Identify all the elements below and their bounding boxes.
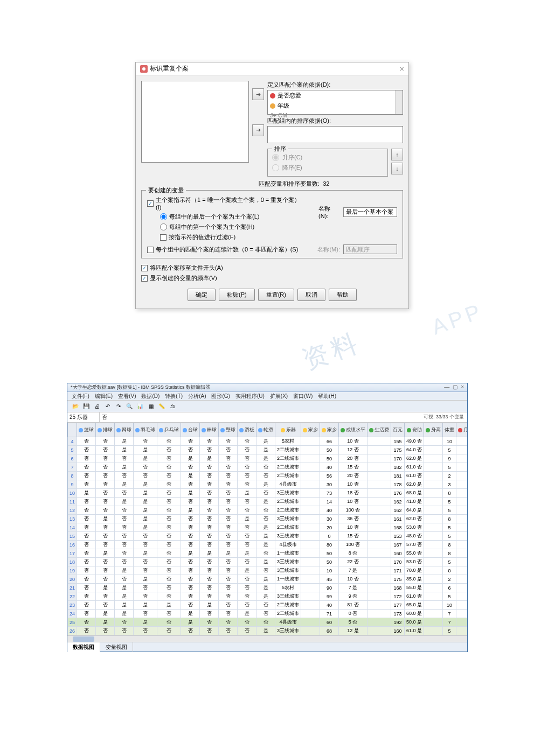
cell[interactable]: 否 [219, 489, 238, 498]
cell[interactable]: 是 [115, 498, 134, 506]
cell[interactable]: 14 [320, 498, 339, 506]
cell[interactable]: 40 [320, 463, 339, 472]
cell[interactable]: 否 [256, 566, 275, 575]
cell[interactable]: 否 [77, 584, 96, 592]
cell[interactable]: 否 [238, 541, 256, 549]
cell[interactable] [301, 532, 320, 541]
cell[interactable]: 否 [96, 454, 115, 463]
cell[interactable]: 是 [256, 558, 275, 566]
cell[interactable]: 175 [391, 575, 405, 584]
cell[interactable]: 是 [200, 601, 219, 610]
cell[interactable]: 否 [157, 472, 181, 480]
cell[interactable]: 5农村 [275, 437, 301, 446]
cell[interactable]: 否 [238, 592, 256, 601]
cell[interactable]: 否 [157, 532, 181, 541]
cell[interactable]: 192 [391, 618, 405, 627]
row-number[interactable]: 5 [68, 446, 77, 454]
cell[interactable]: 173 [391, 610, 405, 618]
cell[interactable]: 否 [219, 541, 238, 549]
print-icon[interactable]: 🖨 [92, 402, 102, 411]
cell[interactable]: 否 [157, 558, 181, 566]
cell[interactable] [301, 566, 320, 575]
cell[interactable]: 2二线城市 [275, 463, 301, 472]
row-number[interactable]: 19 [68, 566, 77, 575]
cell[interactable]: 否 [238, 627, 256, 635]
cell[interactable]: 否 [181, 584, 200, 592]
cell[interactable]: 10 否 [339, 437, 367, 446]
cell[interactable]: 155 [391, 437, 405, 446]
cell[interactable]: 50.0 是 [405, 618, 424, 627]
cell[interactable] [424, 610, 443, 618]
cell[interactable]: 否 [181, 515, 200, 523]
sort-by-listbox[interactable] [267, 126, 403, 143]
cell[interactable]: 1 [456, 523, 467, 532]
cell[interactable]: 是 [115, 610, 134, 618]
cell[interactable]: 是 [115, 480, 134, 489]
cell[interactable]: 否 [256, 515, 275, 523]
cell[interactable]: 否 [238, 472, 256, 480]
cell[interactable]: 160 [391, 549, 405, 558]
cell[interactable]: 否 [181, 592, 200, 601]
primary-indicator-checkbox[interactable]: ✓ [147, 200, 154, 207]
cell[interactable]: 是 [115, 446, 134, 454]
cell[interactable]: 否 [181, 575, 200, 584]
row-number[interactable]: 21 [68, 584, 77, 592]
cell[interactable]: 71 [320, 610, 339, 618]
cell[interactable]: 否 [134, 437, 157, 446]
cell[interactable]: 99 [320, 592, 339, 601]
cell[interactable]: 81 否 [339, 601, 367, 610]
cell[interactable]: 4县级市 [275, 480, 301, 489]
cell[interactable]: 否 [219, 498, 238, 506]
cell[interactable]: 是 [238, 549, 256, 558]
cell[interactable]: 20 [320, 523, 339, 532]
cell[interactable]: 是 [134, 506, 157, 515]
cell[interactable]: 否 [238, 523, 256, 532]
cell[interactable]: 是 [256, 575, 275, 584]
cell[interactable]: 否 [219, 584, 238, 592]
row-number[interactable]: 18 [68, 558, 77, 566]
cell[interactable]: 50 [320, 454, 339, 463]
cell[interactable]: 否 [256, 618, 275, 627]
column-header[interactable]: 百元 [391, 423, 405, 437]
cell[interactable]: 62.0 是 [405, 454, 424, 463]
help-button[interactable]: 帮助 [329, 289, 357, 301]
cell[interactable]: 否 [157, 437, 181, 446]
cell[interactable]: 181 [391, 472, 405, 480]
cell[interactable]: 是 [134, 480, 157, 489]
cell[interactable]: 否 [96, 532, 115, 541]
cell[interactable]: 3三线城市 [275, 489, 301, 498]
cell[interactable] [424, 463, 443, 472]
column-header[interactable]: 成绩水平 [339, 423, 367, 437]
cell[interactable]: 否 [256, 472, 275, 480]
cell[interactable]: 20 否 [339, 472, 367, 480]
cell[interactable]: 3三线城市 [275, 592, 301, 601]
cell[interactable]: 是 [115, 463, 134, 472]
cell[interactable]: 是 [256, 584, 275, 592]
row-number[interactable]: 13 [68, 515, 77, 523]
cell[interactable] [301, 446, 320, 454]
cell[interactable]: 否 [200, 575, 219, 584]
cell[interactable]: 162 [391, 498, 405, 506]
cell[interactable]: 10 否 [339, 480, 367, 489]
undo-icon[interactable]: ↶ [103, 402, 113, 411]
cell[interactable]: 否 [181, 541, 200, 549]
cell[interactable]: 否 [115, 541, 134, 549]
menu-item[interactable]: 编辑(E) [95, 393, 113, 400]
cell[interactable]: 2二线城市 [275, 498, 301, 506]
cell[interactable]: 5 [443, 446, 456, 454]
redo-icon[interactable]: ↷ [114, 402, 123, 411]
cell[interactable] [424, 549, 443, 558]
paste-button[interactable]: 粘贴(P) [219, 289, 255, 301]
cell[interactable]: 170 [391, 558, 405, 566]
cell[interactable]: 3三线城市 [275, 566, 301, 575]
horizontal-scrollbar[interactable] [67, 635, 467, 642]
grid-icon[interactable]: ▦ [146, 402, 156, 411]
cell[interactable]: 否 [115, 506, 134, 515]
move-up-button[interactable]: ↑ [391, 149, 403, 160]
goto-icon[interactable]: 🔍 [124, 402, 134, 411]
cell[interactable] [367, 627, 391, 635]
cell[interactable]: 否 [157, 480, 181, 489]
cell[interactable] [424, 523, 443, 532]
cell[interactable]: 168 [391, 523, 405, 532]
column-header[interactable]: 棒球 [200, 423, 219, 437]
